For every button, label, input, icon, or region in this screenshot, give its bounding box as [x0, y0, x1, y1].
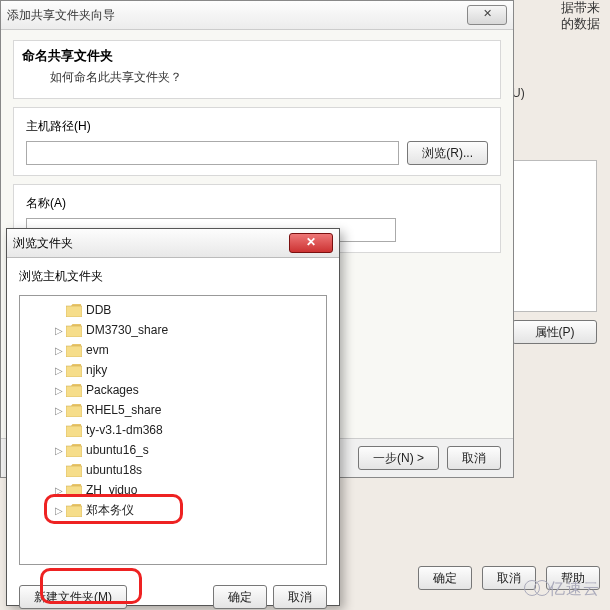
properties-button[interactable]: 属性(P) [512, 320, 597, 344]
background-text: 据带来 的数据 [561, 0, 600, 32]
browse-body: 浏览主机文件夹 DDB▷DM3730_share▷evm▷njky▷Packag… [7, 258, 339, 575]
folder-icon [66, 484, 82, 497]
svg-rect-5 [66, 406, 82, 417]
browse-subtitle: 浏览主机文件夹 [19, 268, 327, 285]
new-folder-button[interactable]: 新建文件夹(M) [19, 585, 127, 609]
wizard-subheading: 如何命名此共享文件夹？ [50, 69, 492, 86]
browse-ok-button[interactable]: 确定 [213, 585, 267, 609]
folder-icon [66, 384, 82, 397]
svg-rect-4 [66, 386, 82, 397]
folder-icon [66, 464, 82, 477]
tree-item-label: DDB [86, 303, 111, 317]
wizard-title: 添加共享文件夹向导 [7, 7, 467, 24]
tree-item[interactable]: ▷njky [20, 360, 326, 380]
svg-rect-6 [66, 426, 82, 437]
expander-icon[interactable]: ▷ [52, 385, 66, 396]
tree-item-label: evm [86, 343, 109, 357]
browse-title: 浏览文件夹 [13, 235, 289, 252]
svg-rect-0 [66, 306, 82, 317]
folder-icon [66, 344, 82, 357]
svg-rect-9 [66, 486, 82, 497]
svg-rect-1 [66, 326, 82, 337]
expander-icon[interactable]: ▷ [52, 505, 66, 516]
tree-item-label: RHEL5_share [86, 403, 161, 417]
bg-suffix: U) [512, 86, 597, 100]
host-path-label: 主机路径(H) [26, 118, 488, 135]
folder-icon [66, 304, 82, 317]
tree-item-label: ubuntu16_s [86, 443, 149, 457]
bg-line2: 的数据 [561, 16, 600, 32]
browse-folder-dialog: 浏览文件夹 ✕ 浏览主机文件夹 DDB▷DM3730_share▷evm▷njk… [6, 228, 340, 606]
bg-ok-button[interactable]: 确定 [418, 566, 472, 590]
svg-rect-3 [66, 366, 82, 377]
folder-icon [66, 504, 82, 517]
wizard-heading-block: 命名共享文件夹 如何命名此共享文件夹？ [13, 40, 501, 99]
browse-titlebar: 浏览文件夹 ✕ [7, 229, 339, 258]
background-side-panel: U) 属性(P) [512, 86, 597, 344]
svg-rect-10 [66, 506, 82, 517]
tree-item[interactable]: ▷郑本务仪 [20, 500, 326, 520]
expander-icon[interactable]: ▷ [52, 325, 66, 336]
tree-item-label: 郑本务仪 [86, 502, 134, 519]
expander-icon[interactable]: ▷ [52, 485, 66, 496]
folder-icon [66, 444, 82, 457]
svg-rect-7 [66, 446, 82, 457]
folder-icon [66, 424, 82, 437]
folder-icon [66, 364, 82, 377]
browse-button[interactable]: 浏览(R)... [407, 141, 488, 165]
tree-item[interactable]: ty-v3.1-dm368 [20, 420, 326, 440]
wizard-heading: 命名共享文件夹 [22, 47, 492, 65]
tree-item[interactable]: ▷RHEL5_share [20, 400, 326, 420]
tree-item-label: ty-v3.1-dm368 [86, 423, 163, 437]
next-button[interactable]: 一步(N) > [358, 446, 439, 470]
expander-icon[interactable]: ▷ [52, 405, 66, 416]
host-path-input[interactable] [26, 141, 399, 165]
browse-close-button[interactable]: ✕ [289, 233, 333, 253]
watermark-text: 亿速云 [549, 580, 600, 597]
svg-rect-8 [66, 466, 82, 477]
folder-tree[interactable]: DDB▷DM3730_share▷evm▷njky▷Packages▷RHEL5… [19, 295, 327, 565]
wizard-close-button[interactable]: ✕ [467, 5, 507, 25]
svg-rect-2 [66, 346, 82, 357]
tree-item-label: njky [86, 363, 107, 377]
wizard-cancel-button[interactable]: 取消 [447, 446, 501, 470]
tree-item[interactable]: ubuntu18s [20, 460, 326, 480]
browse-footer: 新建文件夹(M) 确定 取消 [7, 575, 339, 610]
tree-item[interactable]: DDB [20, 300, 326, 320]
tree-item[interactable]: ▷ZH_yiduo [20, 480, 326, 500]
name-label: 名称(A) [26, 195, 488, 212]
expander-icon[interactable]: ▷ [52, 345, 66, 356]
host-path-block: 主机路径(H) 浏览(R)... [13, 107, 501, 176]
tree-item-label: Packages [86, 383, 139, 397]
folder-icon [66, 404, 82, 417]
bg-line1: 据带来 [561, 0, 600, 16]
watermark-logo: 亿速云 [524, 578, 600, 600]
tree-item[interactable]: ▷evm [20, 340, 326, 360]
tree-item[interactable]: ▷Packages [20, 380, 326, 400]
expander-icon[interactable]: ▷ [52, 445, 66, 456]
tree-item-label: DM3730_share [86, 323, 168, 337]
tree-item[interactable]: ▷ubuntu16_s [20, 440, 326, 460]
tree-item[interactable]: ▷DM3730_share [20, 320, 326, 340]
bg-listbox [512, 160, 597, 312]
wizard-titlebar: 添加共享文件夹向导 ✕ [1, 1, 513, 30]
tree-item-label: ZH_yiduo [86, 483, 137, 497]
browse-cancel-button[interactable]: 取消 [273, 585, 327, 609]
folder-icon [66, 324, 82, 337]
tree-item-label: ubuntu18s [86, 463, 142, 477]
expander-icon[interactable]: ▷ [52, 365, 66, 376]
